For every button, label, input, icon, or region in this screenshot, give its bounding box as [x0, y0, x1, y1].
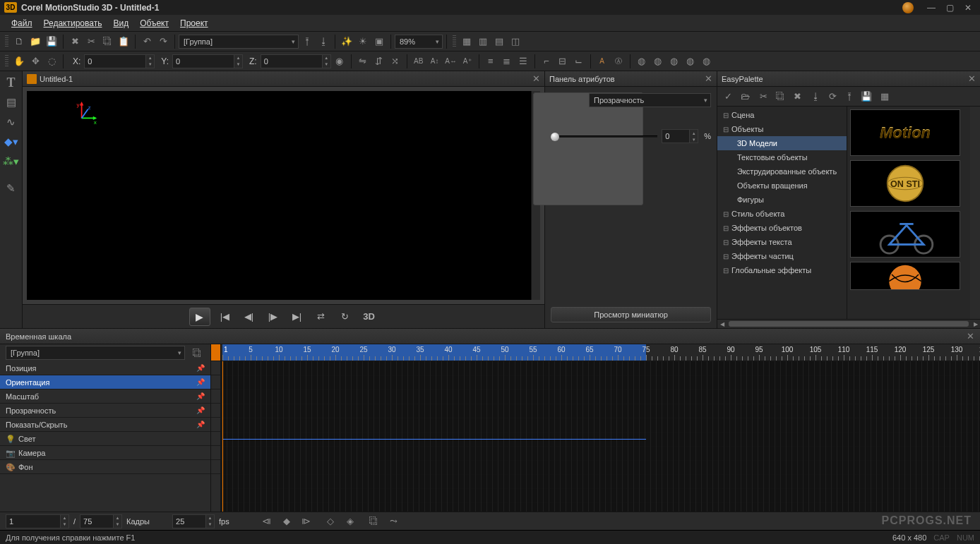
x-input[interactable]: 0▲▼: [84, 54, 155, 68]
render-1-button[interactable]: ◍: [634, 54, 650, 69]
timeline-copy-button[interactable]: ⿻: [189, 345, 205, 361]
layers-tool-button[interactable]: ▤: [3, 94, 20, 111]
playhead[interactable]: [222, 361, 223, 512]
copy-button[interactable]: ⿻: [100, 34, 115, 49]
track-opacity[interactable]: Прозрачность📌: [0, 404, 210, 418]
tree-particle-fx[interactable]: ⊟Эффекты частиц: [717, 249, 847, 263]
track-showhide[interactable]: Показать/Скрыть📌: [0, 418, 210, 432]
cut-button[interactable]: ✂: [83, 34, 99, 49]
kf-graph-button[interactable]: ⤳: [386, 514, 402, 529]
track-orientation[interactable]: Ориентация📌: [0, 375, 210, 389]
align-l-button[interactable]: ≡: [483, 54, 498, 69]
valign-m-button[interactable]: ⊟: [555, 54, 570, 69]
render-3-button[interactable]: ◍: [667, 54, 682, 69]
save-button[interactable]: 💾: [44, 34, 59, 49]
kf-copy-button[interactable]: ⿻: [366, 514, 382, 529]
text-c-button[interactable]: A↔: [443, 54, 459, 69]
menu-object[interactable]: Объект: [134, 17, 174, 30]
thumbnail-1[interactable]: Motion: [850, 109, 960, 156]
tree-shapes[interactable]: Фигуры: [717, 193, 847, 207]
attributes-close-button[interactable]: ✕: [705, 73, 712, 84]
tree-text-fx[interactable]: ⊟Эффекты текста: [717, 235, 847, 249]
path-tool-button[interactable]: ∿: [3, 114, 20, 131]
move-tool-button[interactable]: ✥: [28, 54, 43, 69]
track-scale[interactable]: Масштаб📌: [0, 389, 210, 404]
tree-3d-models[interactable]: 3D Модели: [717, 136, 847, 150]
paste-button[interactable]: 📋: [116, 34, 131, 49]
tree-object-fx[interactable]: ⊟Эффекты объектов: [717, 221, 847, 235]
track-background[interactable]: 🎨Фон: [0, 460, 210, 474]
text-a-button[interactable]: AB: [411, 54, 426, 69]
render-5-button[interactable]: ◍: [699, 54, 715, 69]
ep-copy-button[interactable]: ⿻: [772, 89, 788, 104]
globe-icon[interactable]: [902, 2, 914, 13]
tree-objects[interactable]: ⊟Объекты: [717, 122, 847, 136]
group-dropdown[interactable]: [Группа]: [179, 35, 299, 49]
viewport-scrollbar[interactable]: [531, 91, 540, 300]
minimize-button[interactable]: —: [924, 2, 939, 13]
tree-down-button[interactable]: ⭳: [316, 34, 331, 49]
hand-tool-button[interactable]: ✋: [11, 54, 27, 69]
menu-file[interactable]: Файл: [6, 17, 38, 30]
tree-object-style[interactable]: ⊟Стиль объекта: [717, 207, 847, 221]
viewport-3d[interactable]: y x z: [27, 91, 531, 300]
delete-button[interactable]: ✖: [67, 34, 83, 49]
style-b-button[interactable]: Ⓐ: [611, 54, 626, 69]
easypalette-hscroll[interactable]: ◀ ▶: [717, 319, 980, 328]
ep-export-button[interactable]: ⭱: [842, 89, 857, 104]
tree-up-button[interactable]: ⭱: [299, 34, 315, 49]
ep-cut-button[interactable]: ✂: [755, 89, 771, 104]
render-2-button[interactable]: ◍: [650, 54, 666, 69]
timeline-close-button[interactable]: ✕: [967, 331, 974, 341]
3d-mode-button[interactable]: 3D: [360, 309, 378, 325]
new-button[interactable]: 🗋: [11, 34, 27, 49]
tree-scene[interactable]: ⊟Сцена: [717, 108, 847, 122]
preview-thumbnails-button[interactable]: Просмотр миниатюр: [551, 307, 711, 322]
ep-import-button[interactable]: ⭳: [808, 89, 823, 104]
track-light[interactable]: 💡Свет: [0, 432, 210, 446]
close-button[interactable]: ✕: [960, 2, 976, 13]
timeline-object-dropdown[interactable]: [Группа]: [6, 346, 185, 360]
valign-b-button[interactable]: ⌙: [571, 54, 587, 69]
ep-refresh-button[interactable]: ⟳: [825, 89, 840, 104]
ep-delete-button[interactable]: ✖: [789, 89, 805, 104]
pin-icon[interactable]: 📌: [196, 364, 205, 372]
kf-del-all-button[interactable]: ◈: [342, 514, 358, 529]
lock-button[interactable]: ◉: [332, 54, 347, 69]
tree-text-objects[interactable]: Текстовые объекты: [717, 150, 847, 164]
select-tool-button[interactable]: ◌: [44, 54, 59, 69]
prev-frame-button[interactable]: ◀|: [240, 309, 258, 325]
monitor-button[interactable]: ▣: [371, 34, 387, 49]
opacity-input[interactable]: 0▲▼: [662, 129, 698, 143]
ep-check-button[interactable]: ✓: [720, 89, 736, 104]
panel-toggle-2[interactable]: ▥: [475, 34, 491, 49]
thumbnail-3[interactable]: [850, 211, 960, 258]
menu-project[interactable]: Проект: [174, 17, 214, 30]
panel-toggle-4[interactable]: ◫: [508, 34, 523, 49]
timeline-ruler[interactable]: 5101520253035404550556065707580859095100…: [221, 344, 980, 361]
ep-save-button[interactable]: 💾: [859, 89, 874, 104]
tree-extruded[interactable]: Экструдированные объекть: [717, 164, 847, 179]
align-c-button[interactable]: ≣: [499, 54, 515, 69]
maximize-button[interactable]: ▢: [942, 2, 957, 13]
timeline-grid[interactable]: [221, 361, 980, 512]
zoom-dropdown[interactable]: 89%: [395, 35, 443, 49]
text-d-button[interactable]: A⁺: [460, 54, 475, 69]
mirror-h-button[interactable]: ⇋: [355, 54, 371, 69]
play-button[interactable]: ▶: [189, 308, 210, 326]
pin-icon[interactable]: 📌: [196, 392, 205, 400]
next-frame-button[interactable]: |▶: [264, 309, 282, 325]
particle-tool-button[interactable]: ⁂▾: [3, 153, 20, 170]
ep-folder-button[interactable]: 🗁: [737, 89, 753, 104]
total-frames-input[interactable]: 75▲▼: [80, 514, 122, 528]
kf-prev-button[interactable]: ⧏: [259, 514, 275, 529]
opacity-slider[interactable]: [551, 135, 657, 138]
tree-global-fx[interactable]: ⊟Глобальные эффекты: [717, 263, 847, 277]
repeat-button[interactable]: ↻: [336, 309, 354, 325]
panel-toggle-3[interactable]: ▤: [491, 34, 507, 49]
ep-grid-button[interactable]: ▦: [877, 89, 892, 104]
kf-next-button[interactable]: ⧐: [299, 514, 314, 529]
kf-add-button[interactable]: ◆: [279, 514, 294, 529]
render-4-button[interactable]: ◍: [683, 54, 698, 69]
valign-t-button[interactable]: ⌐: [539, 54, 554, 69]
